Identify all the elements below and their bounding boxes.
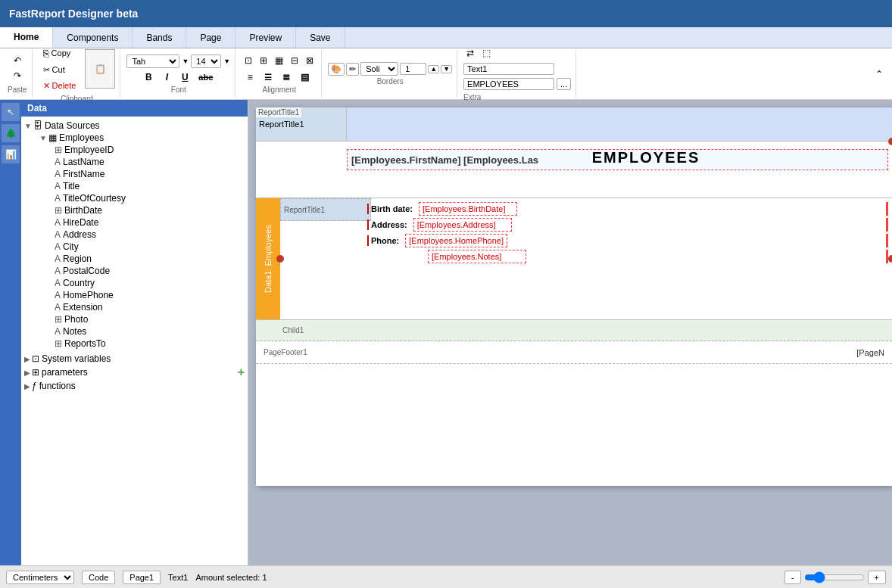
address-value-cell[interactable]: [Employees.Address]	[413, 218, 512, 232]
zoom-slider[interactable]	[804, 571, 865, 583]
cut-button[interactable]: ✂ Cut	[39, 63, 81, 77]
tree-employees[interactable]: ▼ ▦ Employees	[24, 132, 245, 144]
tree-field-titleofcourtesy[interactable]: A TitleOfCourtesy	[24, 192, 245, 204]
tree-field-homephone[interactable]: A HomePhone	[24, 289, 245, 301]
line-color-button[interactable]: ✏	[346, 63, 359, 76]
align-center-button[interactable]: ☰	[260, 71, 276, 84]
employees-input[interactable]: EMPLOYEES	[463, 78, 554, 90]
tree-field-photo[interactable]: ⊞ Photo	[24, 313, 245, 325]
copy-button[interactable]: ⎘ Copy	[39, 45, 81, 61]
tree-field-city[interactable]: A City	[24, 241, 245, 253]
page-number-field: [PageN	[856, 348, 884, 357]
align-right-button[interactable]: ≣	[278, 70, 295, 84]
functions-icon: ƒ	[32, 381, 37, 391]
tree-field-hiredate[interactable]: A HireDate	[24, 216, 245, 229]
zoom-out-button[interactable]: -	[784, 571, 801, 584]
phone-value-cell[interactable]: [Employees.HomePhone]	[405, 234, 507, 247]
fill-color-button[interactable]: 🎨	[328, 63, 345, 76]
border-width-down-button[interactable]: ▼	[441, 65, 452, 73]
text1-input[interactable]: Text1	[463, 63, 554, 75]
tree-field-birthdate[interactable]: ⊞ BirthDate	[24, 204, 245, 216]
birth-date-label-cell: Birth date:	[367, 204, 413, 214]
phone-label-cell: Phone:	[367, 235, 399, 246]
notes-value-cell[interactable]: [Employees.Notes]	[428, 250, 526, 263]
tree-field-employeeid[interactable]: ⊞ EmployeeID	[24, 144, 245, 156]
tree-field-reportsto[interactable]: ⊞ ReportsTo	[24, 338, 245, 350]
font-size-select[interactable]: 14	[191, 54, 221, 68]
tree-field-address[interactable]: A Address	[24, 229, 245, 241]
tree-functions[interactable]: ▶ ƒ functions	[24, 380, 245, 392]
border-style-select[interactable]: Soli	[360, 62, 398, 76]
band-content: ReportTitle1 Birth date: [Employees.Birt…	[280, 198, 892, 319]
tab-save[interactable]: Save	[296, 27, 345, 48]
collapse-icon: ⌃	[875, 69, 883, 79]
tree-field-notes[interactable]: A Notes	[24, 325, 245, 338]
text-field-icon7: A	[55, 241, 61, 252]
data-tool-button[interactable]: 📊	[2, 145, 20, 163]
units-select[interactable]: Centimeters	[6, 571, 74, 584]
tab-preview[interactable]: Preview	[235, 27, 296, 48]
tab-page[interactable]: Page	[186, 27, 235, 48]
swap-button[interactable]: ⇄	[463, 46, 477, 60]
align-extra-button[interactable]: ⊠	[303, 54, 317, 67]
paste-area[interactable]: 📋	[85, 49, 115, 89]
underline-button[interactable]: U	[176, 70, 193, 84]
tree-field-region[interactable]: A Region	[24, 253, 245, 265]
redo-button[interactable]: ↷	[11, 69, 24, 82]
zoom-in-button[interactable]: +	[868, 571, 886, 584]
expand-employees-icon[interactable]: ▼	[39, 134, 47, 142]
left-panel: Data ▼ 🗄 Data Sources ▼ ▦ Employees ⊞ Em…	[21, 100, 248, 565]
bold-button[interactable]: B	[140, 70, 157, 84]
border-width-up-button[interactable]: ▲	[428, 65, 439, 73]
align-justify-button[interactable]: ⊟	[288, 54, 301, 67]
status-text: Text1	[168, 573, 188, 582]
tree-field-lastname[interactable]: A LastName	[24, 156, 245, 168]
expand-data-sources-icon[interactable]: ▼	[24, 122, 32, 130]
expand-functions-icon[interactable]: ▶	[24, 382, 30, 390]
page-footer-label: PageFooter1	[264, 348, 307, 356]
delete-icon: ✕	[43, 81, 50, 91]
tree-parameters[interactable]: ▶ ⊞ parameters +	[24, 365, 245, 380]
expand-system-icon[interactable]: ▶	[24, 355, 30, 363]
tree-field-postalcode[interactable]: A PostalCode	[24, 265, 245, 277]
toolbar-collapse[interactable]: ⌃	[875, 69, 889, 79]
tree-field-title[interactable]: A Title	[24, 180, 245, 192]
strikethrough-button[interactable]: abc	[195, 71, 217, 83]
tree-field-firstname[interactable]: A FirstName	[24, 168, 245, 180]
font-name-select[interactable]: Tah	[126, 54, 179, 68]
page1-button[interactable]: Page1	[123, 571, 161, 584]
text-field-icon11: A	[55, 290, 61, 300]
undo-button[interactable]: ↶	[11, 54, 24, 67]
expand-params-icon[interactable]: ▶	[24, 369, 30, 377]
tree-data-sources[interactable]: ▼ 🗄 Data Sources	[24, 120, 245, 132]
border-width-input[interactable]	[400, 63, 426, 75]
tree-tool-button[interactable]: 🌲	[2, 124, 20, 142]
selection-handle-right[interactable]	[888, 255, 892, 263]
align-top-left-button[interactable]: ⊡	[242, 54, 255, 67]
delete-button[interactable]: ✕ Delete	[39, 79, 81, 93]
tab-bands[interactable]: Bands	[133, 27, 186, 48]
report-title-label: ReportTitle1	[256, 107, 301, 117]
align-top-center-button[interactable]: ⊞	[257, 54, 270, 67]
add-parameter-button[interactable]: +	[238, 366, 245, 379]
tree-field-country[interactable]: A Country	[24, 277, 245, 289]
code-button[interactable]: Code	[82, 571, 115, 584]
align-left-button[interactable]: ≡	[242, 70, 258, 84]
tree-field-extension[interactable]: A Extension	[24, 301, 245, 313]
report-title-band-box[interactable]: ReportTitle1	[280, 198, 371, 221]
selection-handle-top-right[interactable]	[888, 138, 892, 145]
extra-icon-button[interactable]: ⬚	[479, 46, 494, 60]
birth-date-value-cell[interactable]: [Employees.BirthDate]	[419, 202, 517, 216]
ribbon-tabs: Home Components Bands Page Preview Save	[0, 27, 892, 48]
align-full-button[interactable]: ▤	[296, 70, 313, 84]
selection-handle-left[interactable]	[276, 255, 284, 263]
hash-field-icon4: ⊞	[55, 338, 62, 349]
toolbar: ↶ ↷ Paste ⎘ Copy ✂ Cut ✕ Delete 📋	[0, 48, 892, 100]
pointer-tool-button[interactable]: ↖	[2, 103, 20, 121]
italic-button[interactable]: I	[158, 70, 175, 84]
align-top-right-button[interactable]: ▦	[272, 54, 286, 67]
tree-system-variables[interactable]: ▶ ⊡ System variables	[24, 353, 245, 365]
canvas-area[interactable]: ReportTitle1 ReportTitle1 [Employees.Fir…	[248, 100, 892, 565]
more-button[interactable]: ...	[557, 78, 571, 90]
report-canvas: ReportTitle1 ReportTitle1 [Employees.Fir…	[256, 107, 892, 486]
